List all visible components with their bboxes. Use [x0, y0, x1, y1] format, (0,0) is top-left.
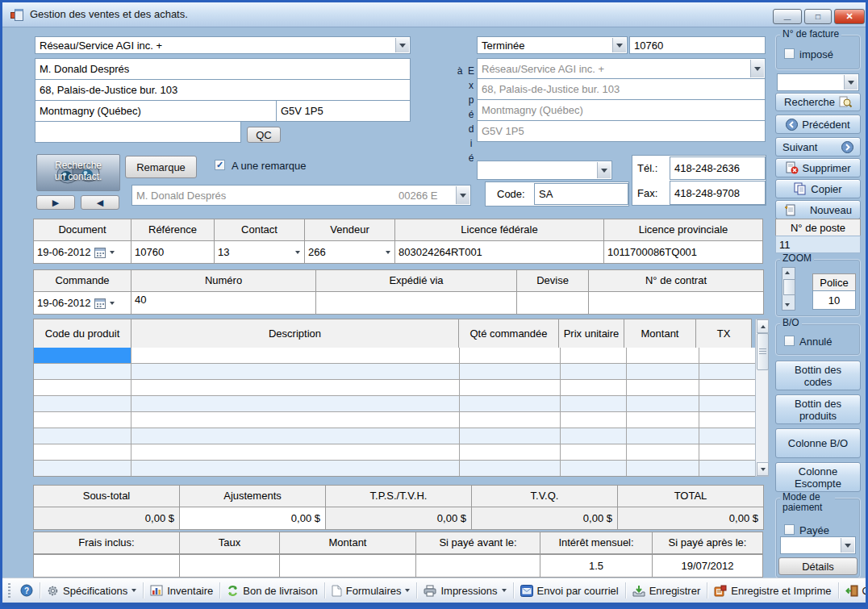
column-bo-button[interactable]: Colonne B/O	[775, 428, 861, 458]
new-button[interactable]: Nouveau	[775, 200, 861, 219]
grid-cell[interactable]	[131, 444, 460, 461]
payment-mode-combo[interactable]	[780, 536, 856, 554]
grid-cell[interactable]	[627, 364, 699, 380]
grid-cell[interactable]	[561, 461, 627, 477]
grid-cell[interactable]	[131, 396, 460, 412]
grid-cell[interactable]	[34, 412, 131, 428]
fees-amount-field[interactable]	[279, 554, 416, 578]
maximize-button[interactable]: □	[804, 9, 832, 24]
grid-cell[interactable]	[460, 428, 561, 444]
font-size-field[interactable]: 10	[812, 290, 856, 310]
paid-before-field[interactable]	[415, 554, 540, 578]
federal-licence-field[interactable]: 803024264RT001	[394, 240, 604, 264]
delete-button[interactable]: Supprimer	[775, 158, 861, 177]
chevron-down-icon[interactable]	[750, 60, 764, 77]
grid-cell[interactable]	[131, 428, 460, 444]
grid-cell[interactable]	[460, 380, 561, 396]
email-button[interactable]: Envoi par courriel	[515, 582, 624, 599]
next-button[interactable]: Suivant	[775, 137, 861, 156]
client-name-field[interactable]: M. Donald Després	[35, 58, 411, 80]
previous-button[interactable]: Précédent	[775, 115, 861, 134]
grid-cell[interactable]	[699, 412, 755, 428]
reference-field[interactable]: 10760	[131, 240, 215, 264]
products-directory-button[interactable]: Bottin des produits	[775, 394, 861, 424]
grid-cell[interactable]	[561, 364, 627, 380]
zoom-scrollbar-thumb[interactable]	[783, 279, 795, 295]
save-button[interactable]: Enregistrer	[627, 582, 707, 599]
grid-cell[interactable]	[460, 364, 561, 380]
grid-cell[interactable]	[627, 380, 699, 396]
close-button[interactable]: ✕	[834, 9, 865, 24]
province-button[interactable]: QC	[247, 127, 281, 143]
grid-cell[interactable]	[699, 380, 755, 396]
fax-field[interactable]: 418-248-9708	[670, 181, 766, 205]
chevron-down-icon[interactable]	[597, 162, 611, 178]
grid-cell[interactable]	[627, 461, 699, 477]
grid-scrollbar[interactable]	[755, 319, 769, 477]
grid-cell[interactable]	[561, 396, 627, 412]
forms-button[interactable]: Formulaires	[326, 582, 416, 599]
help-button[interactable]: ?	[15, 582, 39, 599]
client-city-field[interactable]: Montmagny (Québec)	[35, 100, 277, 122]
scroll-up-icon[interactable]	[757, 319, 769, 333]
grid-cell[interactable]	[561, 380, 627, 396]
chevron-down-icon[interactable]	[395, 38, 409, 52]
save-and-print-button[interactable]: Enregistre et Imprime	[708, 582, 837, 599]
grid-cell[interactable]	[627, 444, 699, 461]
grid-cell[interactable]	[34, 444, 131, 461]
contact-next-button[interactable]: ▶	[36, 195, 75, 210]
search-contact-button[interactable]: Recherche un contact.	[36, 154, 120, 191]
chevron-down-icon[interactable]	[456, 186, 469, 204]
grid-cell[interactable]	[34, 428, 131, 444]
grid-cell[interactable]	[699, 444, 755, 461]
minimize-button[interactable]: —	[773, 9, 802, 24]
grid-cell[interactable]	[131, 461, 460, 477]
search-button[interactable]: Recherche	[775, 93, 861, 111]
shipto-address-field[interactable]: 68, Palais-de-Justice bur. 103	[477, 78, 766, 100]
toolbar-grip[interactable]	[8, 583, 10, 598]
grid-cell[interactable]	[627, 396, 699, 412]
copy-button[interactable]: Copier	[775, 179, 861, 198]
currency-field[interactable]	[516, 291, 589, 315]
invoice-search-combo[interactable]	[777, 73, 859, 91]
quit-button[interactable]: Quitter	[840, 582, 868, 599]
delivery-slip-button[interactable]: Bon de livraison	[221, 582, 323, 599]
shipto-company-combo[interactable]: Réseau/Service AGI inc. +	[477, 58, 766, 79]
grid-cell[interactable]	[699, 396, 755, 412]
chevron-down-icon[interactable]	[844, 75, 858, 90]
rate-field[interactable]	[179, 554, 280, 578]
scrollbar-thumb[interactable]	[757, 333, 769, 370]
grid-cell[interactable]	[460, 461, 561, 477]
grid-cell[interactable]	[131, 380, 460, 396]
grid-cell[interactable]	[34, 380, 131, 396]
vendor-id-combo[interactable]: 266	[304, 240, 395, 264]
zoom-scrollbar[interactable]	[782, 267, 795, 311]
contact-id-combo[interactable]: 13	[214, 240, 305, 264]
document-date-picker[interactable]: 19-06-2012	[33, 240, 131, 264]
chevron-down-icon[interactable]	[612, 38, 626, 52]
chevron-down-icon[interactable]	[841, 538, 854, 553]
tel-field[interactable]: 418-248-2636	[670, 156, 766, 180]
grid-cell[interactable]	[460, 396, 561, 412]
specifications-button[interactable]: Spécifications	[41, 582, 142, 599]
details-button[interactable]: Détails	[778, 557, 858, 575]
grid-cell[interactable]	[561, 348, 627, 364]
grid-cell[interactable]	[460, 348, 561, 364]
column-discount-button[interactable]: Colonne Escompte	[775, 462, 861, 492]
contact-prev-button[interactable]: ◀	[81, 195, 119, 210]
scroll-down-icon[interactable]	[757, 462, 769, 476]
grid-cell[interactable]	[34, 364, 131, 380]
grid-cell[interactable]	[34, 461, 131, 477]
order-date-picker[interactable]: 19-06-2012	[33, 291, 131, 315]
fees-included-field[interactable]	[33, 554, 180, 578]
adjustments-field[interactable]: 0,00 $	[179, 507, 326, 530]
client-company-combo[interactable]: Réseau/Service AGI inc. +	[35, 36, 411, 54]
misc-combo[interactable]	[477, 161, 612, 180]
order-number-field[interactable]: 40	[131, 291, 316, 315]
grid-cell[interactable]	[34, 396, 131, 412]
provincial-licence-field[interactable]: 1011700086TQ001	[603, 240, 763, 264]
shipto-city-field[interactable]: Montmagny (Québec)	[477, 99, 766, 121]
inventory-button[interactable]: Inventaire	[144, 582, 219, 599]
client-extra-field[interactable]	[35, 121, 241, 143]
grid-cell[interactable]	[131, 412, 460, 428]
